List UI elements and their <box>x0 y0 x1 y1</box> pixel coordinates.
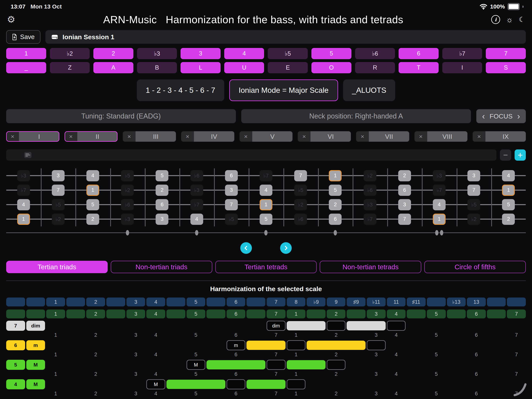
fret-note[interactable]: 1 <box>260 199 272 210</box>
fret-note[interactable]: 5 <box>156 170 168 181</box>
degree-button[interactable]: ♭6 <box>355 48 395 59</box>
fret-note[interactable]: ♭5 <box>294 185 307 196</box>
fret-note[interactable]: 3 <box>52 170 64 181</box>
fret-note[interactable]: ♭3 <box>121 214 134 225</box>
position-chip[interactable]: × VII <box>356 131 409 142</box>
letter-button[interactable]: I <box>442 62 482 73</box>
chevron-right-icon[interactable]: › <box>517 112 520 120</box>
fret-note[interactable]: ♭3 <box>433 170 446 181</box>
position-chip[interactable]: × VIII <box>414 131 468 142</box>
fret-note[interactable]: 4 <box>502 170 515 181</box>
fret-note[interactable]: 6 <box>398 185 411 196</box>
letter-button[interactable]: R <box>355 62 395 73</box>
fret-note[interactable]: 6 <box>156 199 168 210</box>
chord-segment[interactable] <box>206 360 266 369</box>
tuning-selector[interactable]: Tuning: Standard (EADG) <box>6 109 236 123</box>
tab[interactable]: Tertian triads <box>6 261 108 273</box>
fret-note[interactable]: ♭6 <box>364 185 376 196</box>
fret-note[interactable]: ♭7 <box>364 214 376 225</box>
zoom-out-button[interactable]: − <box>500 149 511 161</box>
chord-segment[interactable] <box>227 379 246 389</box>
fret-note[interactable]: ♭2 <box>294 199 307 210</box>
fret-note[interactable]: 5 <box>260 214 272 225</box>
fret-note[interactable]: 4 <box>260 185 272 196</box>
close-icon[interactable]: × <box>298 131 310 142</box>
letter-button[interactable]: A <box>93 62 133 73</box>
settings-gear-icon[interactable]: ⚙ <box>7 15 15 24</box>
fret-note[interactable]: ♭5 <box>468 199 480 210</box>
fret-note[interactable]: 6 <box>225 170 238 181</box>
chord-segment[interactable] <box>266 360 285 370</box>
chord-segment[interactable]: dim <box>266 321 285 331</box>
fret-note[interactable]: ♭2 <box>364 170 376 181</box>
light-mode-icon[interactable]: ☼ <box>506 16 513 23</box>
chord-segment[interactable]: m <box>227 340 246 350</box>
letter-button[interactable]: _ <box>6 62 46 73</box>
chord-segment[interactable] <box>327 321 346 331</box>
fret-note[interactable]: ♭5 <box>225 214 238 225</box>
fret-note[interactable]: 1 <box>17 214 30 225</box>
tab[interactable]: Non-tertian triads <box>111 261 212 273</box>
degree-button[interactable]: 4 <box>224 48 264 59</box>
close-icon[interactable]: × <box>240 131 252 142</box>
fret-note[interactable]: 2 <box>398 170 411 181</box>
fret-note[interactable]: 5 <box>329 185 342 196</box>
chord-segment[interactable] <box>247 341 285 350</box>
fret-note[interactable]: ♭6 <box>294 214 307 225</box>
degree-button[interactable]: 5 <box>311 48 351 59</box>
chord-quality-chip[interactable]: M <box>26 379 45 389</box>
fret-note[interactable]: 6 <box>329 214 342 225</box>
close-icon[interactable]: × <box>356 131 369 142</box>
fret-note[interactable]: ♭5 <box>121 170 134 181</box>
position-chip[interactable]: × II <box>64 131 118 142</box>
fret-note[interactable]: 7 <box>468 185 480 196</box>
tab[interactable]: Tertian tetrads <box>215 261 317 273</box>
fret-note[interactable]: 5 <box>86 199 99 210</box>
fret-note[interactable]: 5 <box>502 199 515 210</box>
fret-note[interactable]: 2 <box>86 214 99 225</box>
chord-degree-chip[interactable]: 7 <box>6 321 25 331</box>
session-name-field[interactable]: Ionian Session 1 <box>45 30 526 44</box>
fret-note[interactable]: 3 <box>225 185 238 196</box>
position-chip[interactable]: × IX <box>473 131 526 142</box>
annotation-bar[interactable] <box>6 149 496 161</box>
shift-right-button[interactable] <box>280 242 292 254</box>
tab[interactable]: Non-tertian tetrads <box>320 261 421 273</box>
close-icon[interactable]: × <box>414 131 427 142</box>
fret-note[interactable]: 3 <box>468 170 480 181</box>
chord-segment[interactable] <box>247 380 285 389</box>
fret-note[interactable]: ♭7 <box>17 185 30 196</box>
degree-button[interactable]: 3 <box>181 48 221 59</box>
fret-note[interactable]: ♭2 <box>468 214 480 225</box>
close-icon[interactable]: × <box>6 131 19 142</box>
fret-note[interactable]: ♭3 <box>17 170 30 181</box>
focus-button[interactable]: ‹ FOCUS › <box>476 109 526 123</box>
letter-button[interactable]: B <box>137 62 177 73</box>
chord-segment[interactable] <box>287 321 326 330</box>
info-icon[interactable]: i <box>491 15 500 24</box>
letter-button[interactable]: T <box>399 62 439 73</box>
tab[interactable]: Circle of fifths <box>424 261 526 273</box>
chord-segment[interactable] <box>347 321 386 330</box>
mode-name-box[interactable]: Ionian Mode = Major Scale <box>229 79 338 101</box>
chord-segment[interactable] <box>307 341 366 350</box>
fret-note[interactable]: 7 <box>52 185 64 196</box>
fret-note[interactable]: 4 <box>86 170 99 181</box>
chord-segment[interactable] <box>287 379 306 389</box>
letter-button[interactable]: Z <box>50 62 90 73</box>
fret-note[interactable]: 3 <box>156 214 168 225</box>
degree-button[interactable]: ♭5 <box>268 48 308 59</box>
letter-button[interactable]: E <box>268 62 308 73</box>
fret-note[interactable]: 1 <box>433 214 446 225</box>
chord-segment[interactable] <box>327 360 346 370</box>
scale-degrees-box[interactable]: 1 - 2 - 3 - 4 - 5 - 6 - 7 <box>137 79 224 101</box>
chord-quality-chip[interactable]: m <box>26 340 45 350</box>
fret-note[interactable]: ♭7 <box>433 185 446 196</box>
fret-note[interactable]: 3 <box>398 199 411 210</box>
chord-segment[interactable] <box>387 321 406 331</box>
chord-segment[interactable]: M <box>187 360 205 370</box>
fret-note[interactable]: ♭3 <box>364 199 376 210</box>
position-chip[interactable]: × VI <box>298 131 351 142</box>
fret-note[interactable]: ♭5 <box>52 199 64 210</box>
fret-note[interactable]: ♭6 <box>190 170 203 181</box>
